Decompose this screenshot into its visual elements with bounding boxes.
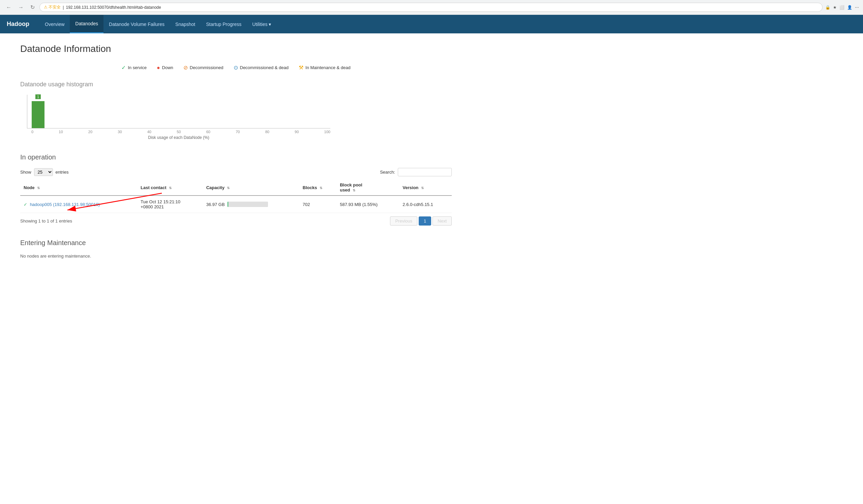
x-tick-70: 70	[236, 130, 240, 134]
browser-icon-3[interactable]: ⬜	[839, 5, 845, 10]
nav-snapshot[interactable]: Snapshot	[170, 15, 201, 33]
browser-icon-5[interactable]: ⋯	[855, 5, 859, 10]
col-block-pool[interactable]: Block poolused ⇅	[336, 180, 399, 196]
next-button[interactable]: Next	[433, 216, 452, 226]
maintenance-dead-label: In Maintenance & dead	[305, 65, 351, 70]
maintenance-dead-icon: ⚒	[299, 64, 303, 71]
show-label: Show	[20, 169, 32, 175]
node-link[interactable]: hadoop005 (192.168.131.98:50010)	[30, 202, 100, 207]
cell-capacity: 36.97 GB	[203, 196, 299, 213]
in-operation-section: In operation Show 10 25 50 100 entries S…	[20, 153, 452, 226]
histogram-bar-label: 1	[35, 94, 41, 99]
decommissioned-dead-label: Decommissioned & dead	[240, 65, 289, 70]
hadoop-brand: Hadoop	[7, 15, 36, 33]
page-title: Datanode Information	[20, 43, 452, 54]
separator: |	[63, 5, 64, 10]
histogram-section: Datanode usage histogram 1 0 10 20 30 40…	[20, 81, 452, 140]
nav-startup-progress[interactable]: Startup Progress	[201, 15, 247, 33]
search-input[interactable]	[398, 168, 452, 176]
x-tick-100: 100	[324, 130, 330, 134]
search-label: Search:	[380, 169, 395, 175]
histogram-bar-0: 1	[32, 101, 45, 128]
entries-select[interactable]: 10 25 50 100	[34, 168, 53, 176]
browser-actions: 🔒 ★ ⬜ 👤 ⋯	[825, 5, 859, 10]
search-box: Search:	[380, 168, 452, 176]
x-axis-title: Disk usage of each DataNode (%)	[27, 135, 330, 140]
in-service-icon: ✓	[121, 64, 126, 71]
status-maintenance-dead: ⚒ In Maintenance & dead	[299, 64, 351, 71]
entries-label: entries	[55, 169, 69, 175]
col-capacity[interactable]: Capacity ⇅	[203, 180, 299, 196]
table-controls: Show 10 25 50 100 entries Search:	[20, 168, 452, 176]
show-entries-control: Show 10 25 50 100 entries	[20, 168, 69, 176]
hadoop-navbar: Hadoop Overview Datanodes Datanode Volum…	[0, 15, 863, 33]
capacity-text: 36.97 GB	[206, 202, 225, 207]
x-tick-0: 0	[32, 130, 33, 134]
page-1-button[interactable]: 1	[419, 216, 431, 226]
forward-button[interactable]: →	[16, 4, 26, 11]
col-blocks[interactable]: Blocks ⇅	[299, 180, 336, 196]
x-tick-90: 90	[295, 130, 299, 134]
x-tick-10: 10	[59, 130, 63, 134]
in-service-label: In service	[128, 65, 147, 70]
capacity-bar-bg	[227, 202, 268, 207]
x-tick-80: 80	[265, 130, 270, 134]
maintenance-section: Entering Maintenance No nodes are enteri…	[20, 239, 452, 259]
col-last-contact[interactable]: Last contact ⇅	[137, 180, 203, 196]
browser-icon-1[interactable]: 🔒	[825, 5, 830, 10]
status-legend: ✓ In service ● Down ⊘ Decommissioned ⊙ D…	[20, 64, 452, 71]
decommissioned-dead-icon: ⊙	[234, 64, 238, 71]
node-status-icon: ✓	[24, 202, 27, 207]
browser-icon-4[interactable]: 👤	[847, 5, 852, 10]
decommissioned-icon: ⊘	[184, 64, 188, 71]
security-warning: ⚠ 不安全	[44, 4, 61, 10]
nav-overview[interactable]: Overview	[39, 15, 70, 33]
status-in-service: ✓ In service	[121, 64, 147, 71]
nav-datanodes[interactable]: Datanodes	[70, 15, 103, 33]
pagination-section: Showing 1 to 1 of 1 entries Previous 1 N…	[20, 216, 452, 226]
cell-blocks: 702	[299, 196, 336, 213]
browser-icon-2[interactable]: ★	[833, 5, 837, 10]
x-tick-50: 50	[177, 130, 181, 134]
cell-block-pool-used: 587.93 MB (1.55%)	[336, 196, 399, 213]
browser-bar: ← → ↻ ⚠ 不安全 | 192.168.131.102:50070/dfsh…	[0, 0, 863, 15]
main-content: Datanode Information ✓ In service ● Down…	[0, 33, 472, 269]
down-label: Down	[162, 65, 173, 70]
decommissioned-label: Decommissioned	[190, 65, 224, 70]
back-button[interactable]: ←	[4, 4, 13, 11]
maintenance-title: Entering Maintenance	[20, 239, 452, 247]
cell-version: 2.6.0-cdh5.15.1	[399, 196, 452, 213]
refresh-button[interactable]: ↻	[28, 3, 37, 11]
table-row: ✓ hadoop005 (192.168.131.98:50010) Tue O…	[20, 196, 452, 213]
url-text: 192.168.131.102:50070/dfshealth.html#tab…	[66, 5, 161, 10]
status-decommissioned-dead: ⊙ Decommissioned & dead	[234, 64, 289, 71]
col-node[interactable]: Node ⇅	[20, 180, 137, 196]
nav-utilities[interactable]: Utilities ▾	[247, 15, 276, 33]
x-tick-30: 30	[118, 130, 122, 134]
histogram-title: Datanode usage histogram	[20, 81, 452, 88]
no-maintenance-text: No nodes are entering maintenance.	[20, 253, 452, 259]
status-down: ● Down	[157, 64, 173, 71]
down-icon: ●	[157, 65, 160, 71]
x-tick-60: 60	[206, 130, 210, 134]
col-version[interactable]: Version ⇅	[399, 180, 452, 196]
pagination-buttons: Previous 1 Next	[390, 216, 452, 226]
datanode-table: Node ⇅ Last contact ⇅ Capacity ⇅ Blocks …	[20, 180, 452, 213]
showing-text: Showing 1 to 1 of 1 entries	[20, 218, 72, 224]
previous-button[interactable]: Previous	[390, 216, 417, 226]
x-tick-20: 20	[88, 130, 92, 134]
cell-node: ✓ hadoop005 (192.168.131.98:50010)	[20, 196, 137, 213]
in-operation-title: In operation	[20, 153, 452, 161]
x-tick-40: 40	[147, 130, 151, 134]
cell-last-contact: Tue Oct 12 15:21:10+0800 2021	[137, 196, 203, 213]
capacity-bar-fill	[227, 202, 228, 207]
nav-datanode-volume-failures[interactable]: Datanode Volume Failures	[103, 15, 170, 33]
address-bar[interactable]: ⚠ 不安全 | 192.168.131.102:50070/dfshealth.…	[39, 3, 823, 12]
status-decommissioned: ⊘ Decommissioned	[184, 64, 224, 71]
